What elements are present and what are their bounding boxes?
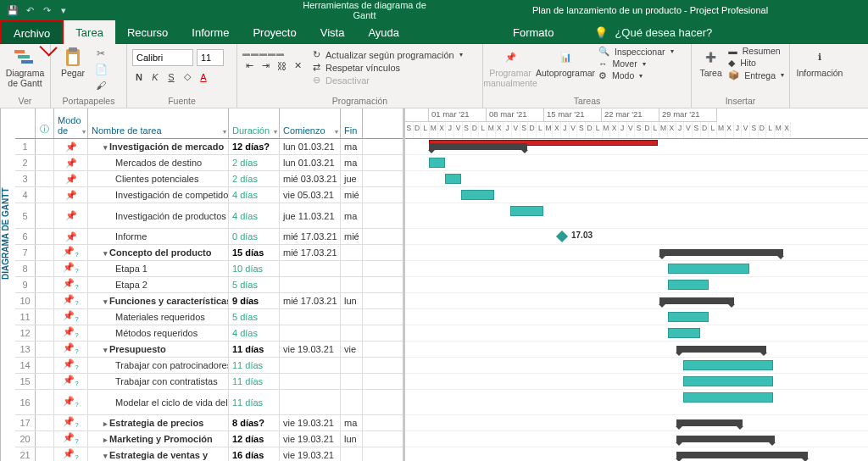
gantt-bar[interactable] — [445, 174, 461, 184]
table-row[interactable]: 17📌?▸Estrategia de precios8 días?vie 19.… — [15, 415, 403, 431]
paste-button[interactable]: Pegar — [56, 46, 90, 79]
gantt-bar[interactable] — [659, 249, 783, 256]
tell-me-search[interactable]: 💡 ¿Qué desea hacer? — [579, 20, 712, 44]
gantt-chart-pane[interactable]: 01 mar '2108 mar '2115 mar '2122 mar '21… — [405, 108, 868, 461]
table-row[interactable]: 12📌?Métodos requeridos4 días — [15, 325, 403, 342]
gantt-milestone[interactable] — [556, 230, 568, 242]
gantt-bar[interactable] — [676, 346, 766, 353]
font-name-select[interactable] — [132, 49, 193, 66]
table-row[interactable]: 5📌Investigación de productos similares4 … — [15, 203, 403, 229]
percent-75[interactable]: ▬ — [268, 49, 275, 58]
ribbon: Diagrama de Gantt Ver Pegar ✂ 📄 🖌 Portap… — [0, 44, 868, 108]
deliverable-button[interactable]: 📦Entrega▾ — [728, 69, 784, 81]
table-row[interactable]: 11📌?Materiales requeridos5 días — [15, 309, 403, 325]
gantt-bar[interactable] — [429, 143, 527, 150]
gantt-bar[interactable] — [683, 360, 773, 370]
link-tasks-icon[interactable]: ⛓ — [275, 61, 288, 71]
outdent-icon[interactable]: ⇤ — [242, 60, 256, 71]
qat-dropdown-icon[interactable]: ▾ — [56, 3, 71, 18]
table-row[interactable]: 2📌Mercados de destino2 díaslun 01.03.21m… — [15, 155, 403, 171]
mode-button[interactable]: ⚙Modo▾ — [598, 70, 674, 81]
table-row[interactable]: 20📌?▸Marketing y Promoción12 díasvie 19.… — [15, 431, 403, 447]
gantt-bar[interactable] — [668, 264, 749, 274]
move-button[interactable]: ↔Mover▾ — [598, 58, 674, 69]
indent-icon[interactable]: ⇥ — [259, 60, 272, 71]
table-row[interactable]: 21📌?▾Estrategia de ventas y16 díasvie 19… — [15, 447, 403, 461]
table-row[interactable]: 6📌Informe0 díasmié 17.03.21mié — [15, 229, 403, 245]
update-schedule-button[interactable]: ↻Actualizar según programación▾ — [313, 49, 463, 60]
table-row[interactable]: 8📌?Etapa 110 días — [15, 261, 403, 277]
group-fuente: N K S ◇ A Fuente — [127, 44, 237, 108]
deactivate-button[interactable]: ⊖Desactivar — [313, 75, 463, 86]
table-row[interactable]: 9📌?Etapa 25 días — [15, 277, 403, 293]
percent-0[interactable]: ▬ — [242, 49, 250, 58]
percent-50[interactable]: ▬ — [259, 49, 267, 58]
percent-25[interactable]: ▬ — [251, 49, 259, 58]
tab-ayuda[interactable]: Ayuda — [356, 20, 411, 44]
italic-button[interactable]: K — [148, 72, 162, 82]
gantt-view-button[interactable]: Diagrama de Gantt — [5, 46, 45, 88]
mode-icon: ⚙ — [598, 70, 607, 81]
tab-formato[interactable]: Formato — [487, 20, 579, 44]
bold-button[interactable]: N — [132, 72, 146, 82]
manual-schedule-button[interactable]: 📌Programar manualmente — [488, 46, 532, 88]
undo-icon[interactable]: ↶ — [22, 3, 37, 18]
table-row[interactable]: 14📌?Trabajar con patrocinadores11 días — [15, 358, 403, 374]
respect-links-button[interactable]: ⇄Respetar vínculos — [313, 62, 463, 73]
gantt-bar[interactable] — [683, 376, 773, 386]
percent-100[interactable]: ▬ — [276, 49, 284, 58]
col-start[interactable]: Comienzo▾ — [280, 108, 341, 138]
auto-schedule-button[interactable]: 📊Autoprogramar — [536, 46, 595, 79]
tab-vista[interactable]: Vista — [309, 20, 357, 44]
font-color-button[interactable]: A — [197, 72, 210, 82]
redo-icon[interactable]: ↷ — [39, 3, 54, 18]
gantt-bar[interactable] — [676, 436, 775, 442]
gantt-row — [405, 447, 868, 461]
tab-proyecto[interactable]: Proyecto — [241, 20, 308, 44]
table-row[interactable]: 16📌?Modelar el ciclo de vida del product… — [15, 390, 403, 415]
gantt-bar[interactable] — [668, 328, 700, 338]
task-sheet-pane: DIAGRAMA DE GANTT ⓘ Modo de▾ Nombre de t… — [0, 108, 405, 461]
inspect-button[interactable]: 🔍Inspeccionar▾ — [598, 46, 674, 57]
format-painter-icon[interactable]: 🖌 — [93, 78, 108, 93]
information-button[interactable]: ℹInformación — [795, 46, 844, 79]
gantt-bar[interactable] — [668, 280, 709, 290]
col-duration[interactable]: Duración▾ — [229, 108, 280, 138]
table-row[interactable]: 13📌?▾Presupuesto11 díasvie 19.03.21vie — [15, 342, 403, 358]
gantt-bar[interactable] — [659, 297, 734, 304]
cut-icon[interactable]: ✂ — [93, 46, 108, 61]
tab-archivo[interactable]: Archivo — [0, 20, 64, 44]
table-row[interactable]: 1📌▾Investigación de mercado12 días?lun 0… — [15, 139, 403, 155]
milestone-button[interactable]: ◆Hito — [728, 58, 784, 68]
table-row[interactable]: 4📌Investigación de competidores4 díasvie… — [15, 187, 403, 203]
underline-button[interactable]: S — [164, 72, 178, 82]
tab-tarea[interactable]: Tarea — [64, 20, 115, 44]
summary-button[interactable]: ▬Resumen — [728, 46, 784, 56]
unlink-tasks-icon[interactable]: ✕ — [291, 60, 304, 71]
copy-icon[interactable]: 📄 — [93, 62, 108, 77]
col-rownum[interactable] — [15, 108, 36, 138]
gantt-bar[interactable] — [461, 190, 494, 200]
gantt-bar[interactable] — [683, 392, 773, 403]
view-bar-label[interactable]: DIAGRAMA DE GANTT — [0, 108, 15, 461]
tab-recurso[interactable]: Recurso — [115, 20, 180, 44]
insert-task-button[interactable]: ➕Tarea — [697, 46, 725, 79]
table-row[interactable]: 10📌?▾Funciones y características9 díasmi… — [15, 293, 403, 309]
gantt-view-label: Diagrama de Gantt — [5, 69, 45, 88]
fill-color-button[interactable]: ◇ — [181, 71, 194, 82]
table-row[interactable]: 15📌?Trabajar con contratistas11 días — [15, 374, 403, 390]
font-size-select[interactable] — [197, 49, 224, 66]
col-finish[interactable]: Fin — [341, 108, 363, 138]
col-mode[interactable]: Modo de▾ — [54, 108, 88, 138]
gantt-bar[interactable] — [429, 158, 445, 168]
col-name[interactable]: Nombre de tarea▾ — [88, 108, 229, 138]
gantt-bar[interactable] — [668, 312, 709, 322]
table-row[interactable]: 3📌Clientes potenciales2 díasmié 03.03.21… — [15, 171, 403, 187]
table-row[interactable]: 7📌?▾Concepto del producto15 díasmié 17.0… — [15, 245, 403, 261]
gantt-bar[interactable] — [676, 452, 808, 458]
tab-informe[interactable]: Informe — [180, 20, 241, 44]
col-indicators[interactable]: ⓘ — [36, 108, 54, 138]
gantt-bar[interactable] — [510, 206, 543, 216]
save-icon[interactable]: 💾 — [5, 3, 20, 18]
gantt-bar[interactable] — [676, 419, 743, 426]
